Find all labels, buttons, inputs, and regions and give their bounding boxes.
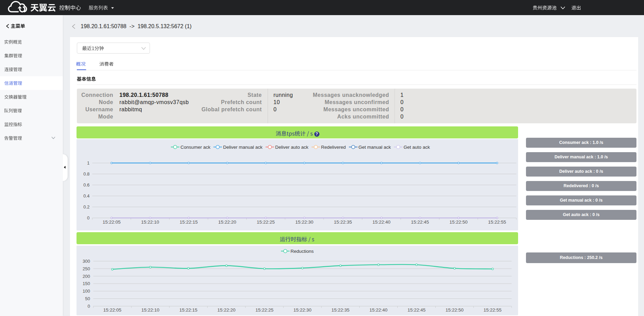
svg-text:0.6: 0.6 xyxy=(83,182,90,188)
svg-text:15:22:10: 15:22:10 xyxy=(141,219,159,225)
svg-text:15:22:05: 15:22:05 xyxy=(103,307,121,313)
svg-text:15:22:45: 15:22:45 xyxy=(408,307,426,313)
svg-text:0.4: 0.4 xyxy=(83,193,90,199)
svg-text:150: 150 xyxy=(83,281,90,286)
svg-text:100: 100 xyxy=(83,289,90,294)
svg-text:250: 250 xyxy=(83,266,90,271)
svg-text:15:22:05: 15:22:05 xyxy=(103,219,121,225)
svg-text:15:22:35: 15:22:35 xyxy=(334,219,352,225)
svg-text:15:22:15: 15:22:15 xyxy=(180,219,198,225)
svg-text:0: 0 xyxy=(87,215,90,221)
svg-text:0.8: 0.8 xyxy=(83,171,90,177)
svg-text:15:22:10: 15:22:10 xyxy=(141,307,160,313)
svg-text:15:22:30: 15:22:30 xyxy=(295,219,314,225)
svg-text:15:22:45: 15:22:45 xyxy=(411,219,429,225)
svg-text:15:22:25: 15:22:25 xyxy=(255,307,273,313)
svg-text:50: 50 xyxy=(85,296,90,301)
svg-text:15:22:55: 15:22:55 xyxy=(483,307,502,313)
svg-text:15:22:40: 15:22:40 xyxy=(370,307,388,313)
svg-text:200: 200 xyxy=(83,274,90,279)
svg-text:15:22:55: 15:22:55 xyxy=(488,219,506,225)
svg-text:15:22:25: 15:22:25 xyxy=(257,219,275,225)
svg-text:1: 1 xyxy=(87,160,90,166)
svg-text:15:22:15: 15:22:15 xyxy=(179,307,198,313)
svg-text:300: 300 xyxy=(83,259,90,264)
svg-text:15:22:35: 15:22:35 xyxy=(331,307,350,313)
svg-text:15:22:40: 15:22:40 xyxy=(372,219,390,225)
svg-text:15:22:20: 15:22:20 xyxy=(218,307,236,313)
svg-text:0.2: 0.2 xyxy=(83,204,90,210)
svg-text:15:22:50: 15:22:50 xyxy=(446,307,464,313)
svg-text:15:22:50: 15:22:50 xyxy=(449,219,468,225)
svg-text:15:22:20: 15:22:20 xyxy=(218,219,236,225)
svg-text:15:22:30: 15:22:30 xyxy=(293,307,312,313)
svg-text:0: 0 xyxy=(87,304,90,309)
